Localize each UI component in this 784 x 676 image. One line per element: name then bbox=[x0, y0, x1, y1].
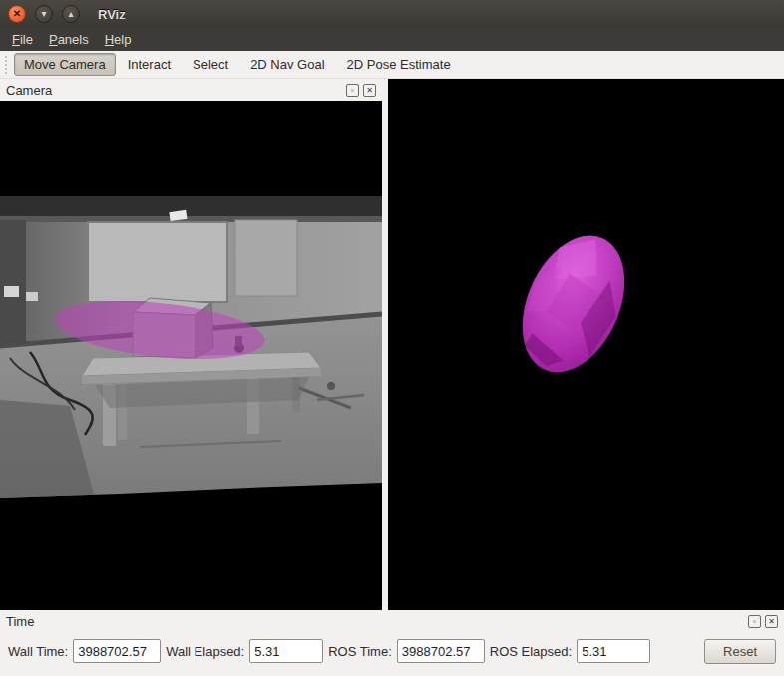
time-panel-header: Time ▫ ✕ bbox=[0, 610, 784, 632]
time-panel-close-icon[interactable]: ✕ bbox=[765, 615, 778, 628]
wall-elapsed-input[interactable] bbox=[249, 639, 323, 663]
tool-2d-nav-goal[interactable]: 2D Nav Goal bbox=[240, 53, 334, 76]
ros-time-input[interactable] bbox=[397, 639, 485, 663]
render-view-canvas bbox=[388, 79, 784, 610]
ros-time-label: ROS Time: bbox=[328, 644, 392, 659]
camera-panel: Camera ▫ ✕ bbox=[0, 79, 382, 610]
camera-image bbox=[0, 101, 382, 610]
time-panel-title: Time bbox=[6, 614, 34, 629]
menu-panels[interactable]: Panels bbox=[41, 30, 97, 49]
reset-button[interactable]: Reset bbox=[704, 639, 776, 664]
tool-2d-pose-estimate[interactable]: 2D Pose Estimate bbox=[337, 53, 461, 76]
time-panel-float-icon[interactable]: ▫ bbox=[748, 615, 761, 628]
window-maximize-button[interactable]: ▴ bbox=[62, 5, 80, 23]
window-controls: ✕ ▾ ▴ bbox=[8, 5, 80, 23]
camera-panel-header: Camera ▫ ✕ bbox=[0, 79, 382, 101]
rviz-window: ✕ ▾ ▴ RViz File Panels Help Move Camera … bbox=[0, 0, 784, 676]
titlebar: ✕ ▾ ▴ RViz bbox=[0, 0, 784, 28]
ros-elapsed-label: ROS Elapsed: bbox=[490, 644, 572, 659]
tool-interact[interactable]: Interact bbox=[118, 53, 181, 76]
menu-file[interactable]: File bbox=[4, 30, 41, 49]
time-controls-row: Wall Time: Wall Elapsed: ROS Time: ROS E… bbox=[0, 632, 784, 676]
tool-move-camera[interactable]: Move Camera bbox=[14, 53, 116, 76]
wall-elapsed-label: Wall Elapsed: bbox=[166, 644, 244, 659]
camera-panel-close-icon[interactable]: ✕ bbox=[363, 84, 376, 97]
camera-image-view[interactable] bbox=[0, 101, 382, 610]
whiteboard bbox=[88, 222, 227, 302]
wall-time-input[interactable] bbox=[73, 639, 161, 663]
main-area: Camera ▫ ✕ bbox=[0, 79, 784, 610]
ros-elapsed-input[interactable] bbox=[577, 639, 650, 663]
toolbar: Move Camera Interact Select 2D Nav Goal … bbox=[0, 51, 784, 79]
window-title: RViz bbox=[98, 7, 126, 22]
render-view[interactable] bbox=[388, 79, 784, 610]
window-close-button[interactable]: ✕ bbox=[8, 5, 26, 23]
tool-select[interactable]: Select bbox=[183, 53, 238, 76]
time-panel: Time ▫ ✕ Wall Time: Wall Elapsed: ROS Ti… bbox=[0, 610, 784, 676]
menu-help[interactable]: Help bbox=[97, 30, 140, 49]
window-minimize-button[interactable]: ▾ bbox=[35, 5, 53, 23]
wall-time-label: Wall Time: bbox=[8, 644, 68, 659]
camera-panel-title: Camera bbox=[6, 83, 52, 98]
menubar: File Panels Help bbox=[0, 28, 784, 51]
camera-panel-float-icon[interactable]: ▫ bbox=[346, 84, 359, 97]
toolbar-drag-handle[interactable] bbox=[5, 56, 8, 74]
